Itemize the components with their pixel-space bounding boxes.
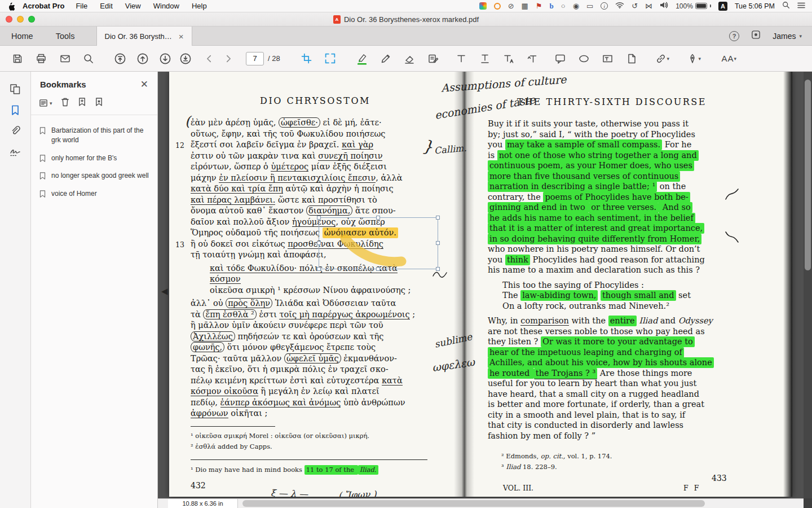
menu-edit[interactable]: Edit bbox=[100, 2, 112, 10]
flag-icon[interactable]: ⚑ bbox=[536, 2, 542, 10]
add-text-tool-button[interactable] bbox=[452, 49, 471, 68]
do-not-disturb-icon[interactable]: ⊘ bbox=[508, 2, 514, 10]
highlight-annotation[interactable]: entire bbox=[608, 316, 637, 326]
tab-tools[interactable]: Tools bbox=[45, 27, 86, 45]
highlight-annotation[interactable]: he adds his name to each sentiment, in t… bbox=[488, 213, 695, 224]
page-tool-button[interactable] bbox=[622, 49, 641, 68]
highlight-annotation[interactable]: more than five thousand verses of contin… bbox=[488, 171, 680, 182]
tab-home[interactable]: Home bbox=[0, 27, 45, 45]
horizontal-scrollbar[interactable]: 10.88 x 6.36 in bbox=[158, 498, 804, 508]
circle-app-icon[interactable]: ○ bbox=[561, 2, 566, 10]
spotlight-icon[interactable] bbox=[782, 1, 790, 11]
horizontal-scrollbar-thumb[interactable] bbox=[242, 500, 705, 507]
highlight-annotation[interactable]: he routed bbox=[488, 368, 534, 379]
vertical-scrollbar-thumb[interactable] bbox=[805, 80, 811, 270]
display-icon[interactable]: ▭ bbox=[586, 2, 593, 10]
highlight-annotation[interactable]: Achilles, and about his voice, how by hi… bbox=[488, 357, 714, 368]
page-thumbnails-panel-button[interactable] bbox=[6, 81, 24, 98]
menu-window[interactable]: Window bbox=[153, 2, 179, 10]
bookmark-item[interactable]: voice of Homer bbox=[34, 185, 154, 203]
print-button[interactable] bbox=[32, 49, 51, 68]
close-document-icon[interactable]: × bbox=[179, 32, 184, 41]
font-size-button[interactable]: AA▾ bbox=[714, 49, 744, 68]
document-tab[interactable]: Dio Or. 36 Borysth… × bbox=[96, 27, 192, 46]
previous-view-button[interactable] bbox=[200, 49, 219, 68]
highlight-annotation[interactable]: And so bbox=[658, 202, 692, 213]
signatures-panel-button[interactable] bbox=[6, 143, 24, 160]
window-titlebar[interactable]: A Dio Or. 36 Borysthenes-xerox marked.pd… bbox=[0, 12, 812, 27]
notifications-icon[interactable] bbox=[751, 29, 761, 42]
screen-record-icon[interactable]: ◉ bbox=[573, 2, 579, 10]
highlight-annotation[interactable]: ginning and end in two bbox=[488, 202, 589, 213]
close-window-button[interactable] bbox=[6, 16, 12, 23]
info-icon[interactable]: i bbox=[601, 2, 608, 10]
single-page-view-button[interactable] bbox=[297, 49, 316, 68]
selection-handle[interactable] bbox=[436, 216, 440, 220]
bookmarks-panel-button[interactable] bbox=[6, 102, 24, 119]
highlight-annotation[interactable]: narration in describing a single battle;… bbox=[488, 181, 657, 192]
selection-handle[interactable] bbox=[317, 267, 321, 271]
notification-center-icon[interactable] bbox=[797, 2, 805, 10]
close-panel-icon[interactable]: ✕ bbox=[140, 80, 148, 89]
first-page-button[interactable] bbox=[111, 49, 130, 68]
menu-file[interactable]: File bbox=[76, 2, 87, 10]
highlight-annotation[interactable]: law-abiding town, bbox=[520, 290, 598, 301]
attachments-panel-button[interactable] bbox=[6, 122, 24, 139]
email-button[interactable] bbox=[55, 49, 74, 68]
collapse-panel-chevron[interactable]: ◀ bbox=[161, 286, 168, 296]
highlight-annotation[interactable]: or three verses. bbox=[589, 202, 658, 213]
save-button[interactable] bbox=[8, 49, 27, 68]
underline-text-tool-button[interactable] bbox=[475, 49, 495, 68]
next-page-button[interactable] bbox=[156, 49, 175, 68]
bookmark-options-button[interactable]: ▾ bbox=[39, 99, 52, 107]
menubar-clock[interactable]: Tue 5:06 PM bbox=[735, 2, 775, 10]
grid-icon[interactable]: ▦ bbox=[522, 2, 528, 10]
last-page-button[interactable] bbox=[176, 49, 195, 68]
highlight-annotation[interactable]: that it is a matter of interest and grea… bbox=[488, 223, 704, 234]
delete-bookmark-button[interactable] bbox=[61, 97, 69, 109]
bookmark-item[interactable]: only homer for the B's bbox=[34, 150, 154, 167]
volume-icon[interactable] bbox=[660, 2, 668, 10]
selection-handle[interactable] bbox=[376, 216, 380, 220]
edit-note-tool-button[interactable] bbox=[423, 49, 443, 68]
highlight-annotation[interactable]: continuous poem, as your Homer does, who… bbox=[488, 160, 694, 171]
two-page-view-button[interactable] bbox=[321, 49, 340, 68]
input-source-icon[interactable]: A bbox=[718, 2, 727, 11]
document-view[interactable]: ◀ DIO CHRYSOSTOM ἐὰν μὲν ἀρέσῃ ὑμᾶς, ὠφε… bbox=[158, 72, 812, 508]
battery-indicator[interactable]: 100% bbox=[676, 2, 711, 10]
selection-handle[interactable] bbox=[436, 241, 440, 245]
highlight-annotation[interactable]: think bbox=[505, 255, 530, 265]
selection-handle[interactable] bbox=[317, 241, 321, 245]
keyboard-icon[interactable]: ⋈ bbox=[645, 2, 652, 10]
link-tool-button[interactable]: ▾ bbox=[650, 49, 675, 68]
text-box-tool-button[interactable] bbox=[598, 49, 617, 68]
selection-handle[interactable] bbox=[436, 267, 440, 271]
pencil-tool-button[interactable] bbox=[376, 49, 395, 68]
highlight-annotation[interactable]: though small and bbox=[601, 290, 676, 301]
comment-tool-button[interactable] bbox=[551, 49, 570, 68]
user-menu[interactable]: James▾ bbox=[773, 32, 802, 41]
minimize-window-button[interactable] bbox=[17, 16, 24, 23]
tag-bookmark-button[interactable] bbox=[95, 97, 103, 109]
next-view-button[interactable] bbox=[219, 49, 238, 68]
menu-help[interactable]: Help bbox=[192, 2, 207, 10]
highlight-annotation[interactable]: not one of those who string together a l… bbox=[497, 150, 699, 161]
zoom-window-button[interactable] bbox=[28, 16, 35, 23]
creative-cloud-icon[interactable] bbox=[494, 3, 501, 10]
highlight-annotation[interactable]: Or was it more to your advantage to bbox=[541, 336, 695, 347]
highlight-annotation[interactable]: 11 to 17 of the bbox=[304, 465, 358, 475]
annotation-selection-box[interactable] bbox=[319, 217, 438, 269]
wifi-icon[interactable] bbox=[615, 2, 624, 10]
oval-tool-button[interactable] bbox=[575, 49, 594, 68]
new-bookmark-button[interactable] bbox=[78, 97, 86, 109]
highlight-annotation[interactable]: hear of the impetuous leaping and chargi… bbox=[488, 347, 684, 358]
selection-handle[interactable] bbox=[376, 267, 380, 271]
highlight-annotation[interactable]: may take a sample of small compass. bbox=[505, 139, 662, 150]
help-button[interactable]: ? bbox=[729, 31, 739, 41]
extensions-icon[interactable] bbox=[479, 2, 487, 10]
previous-page-button[interactable] bbox=[133, 49, 152, 68]
menu-view[interactable]: View bbox=[125, 2, 141, 10]
apple-menu-icon[interactable] bbox=[7, 2, 15, 11]
b-app-icon[interactable]: b bbox=[550, 2, 554, 10]
insert-text-tool-button[interactable] bbox=[523, 49, 542, 68]
